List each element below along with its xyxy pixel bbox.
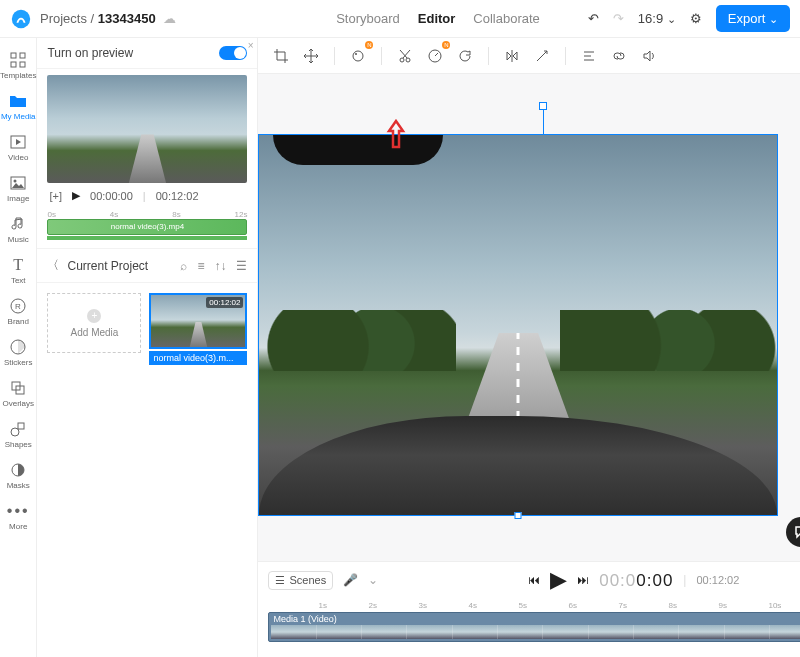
link-icon[interactable]	[606, 43, 632, 69]
media-panel: × Turn on preview [+] ▶ 00:00:00 | 00:12…	[37, 38, 258, 657]
svg-rect-3	[11, 62, 16, 67]
back-icon[interactable]: 〈	[47, 257, 59, 274]
cut-icon[interactable]	[392, 43, 418, 69]
svg-rect-14	[18, 423, 24, 429]
svg-rect-2	[20, 53, 25, 58]
folder-icon	[9, 92, 27, 110]
crop-icon[interactable]	[268, 43, 294, 69]
media-thumb[interactable]: 00:12:02	[149, 293, 247, 349]
more-icon: •••	[9, 502, 27, 520]
undo-icon[interactable]: ↶	[588, 11, 599, 26]
preview-toggle[interactable]	[219, 46, 247, 60]
video-icon	[9, 133, 27, 151]
tab-collaborate[interactable]: Collaborate	[473, 11, 540, 26]
volume-icon[interactable]	[636, 43, 662, 69]
export-button[interactable]: Export ⌄	[716, 5, 790, 32]
next-icon[interactable]: ⏭	[577, 573, 589, 587]
mini-duration: 00:12:02	[156, 190, 199, 202]
app-logo	[10, 8, 32, 30]
svg-point-18	[400, 58, 404, 62]
sidebar-item-image[interactable]: Image	[0, 169, 36, 208]
media-item[interactable]: 00:12:02 normal video(3).m...	[149, 293, 247, 365]
mini-timeline[interactable]: 0s4s8s12s normal video(3).mp4	[47, 210, 247, 240]
timeline-controls: ☰ Scenes 🎤 ⌄ ⏮ ▶ ⏭ 00:00:00 | 00:12:02	[258, 562, 800, 598]
shapes-icon	[9, 420, 27, 438]
sidebar-item-text[interactable]: T Text	[0, 251, 36, 290]
speed-icon[interactable]: N	[422, 43, 448, 69]
canvas-toolbar: N N	[258, 38, 800, 74]
tab-editor[interactable]: Editor	[418, 11, 456, 26]
masks-icon	[9, 461, 27, 479]
timeline[interactable]: 1s2s3s4s5s6s7s8s9s10s Media 1 (Video)	[258, 598, 800, 657]
timeline-track[interactable]: Media 1 (Video)	[268, 612, 800, 642]
canvas-area[interactable]	[258, 74, 800, 561]
sidebar-item-video[interactable]: Video	[0, 128, 36, 167]
scenes-button[interactable]: ☰ Scenes	[268, 571, 333, 590]
adjust-icon[interactable]	[529, 43, 555, 69]
media-filename: normal video(3).m...	[149, 351, 247, 365]
resize-handle-bottom[interactable]	[515, 512, 522, 519]
search-icon[interactable]: ⌕	[180, 259, 187, 273]
move-icon[interactable]	[298, 43, 324, 69]
sidebar-item-mymedia[interactable]: My Media	[0, 87, 36, 126]
media-duration: 00:12:02	[206, 297, 243, 308]
sidebar-item-templates[interactable]: Templates	[0, 46, 36, 85]
sidebar-item-more[interactable]: ••• More	[0, 497, 36, 536]
plus-icon: +	[87, 309, 101, 323]
svg-rect-1	[11, 53, 16, 58]
timeline-current-time: 00:00:00	[599, 570, 673, 591]
list-icon[interactable]: ☰	[236, 259, 247, 273]
settings-icon[interactable]: ⚙	[690, 11, 702, 26]
play-icon[interactable]: ▶	[72, 189, 80, 202]
rotate-icon[interactable]	[452, 43, 478, 69]
redo-icon[interactable]: ↷	[613, 11, 624, 26]
mini-preview-thumb[interactable]	[47, 75, 247, 183]
sidebar-item-stickers[interactable]: Stickers	[0, 333, 36, 372]
sidebar-item-masks[interactable]: Masks	[0, 456, 36, 495]
sidebar-item-brand[interactable]: R Brand	[0, 292, 36, 331]
aspect-ratio[interactable]: 16:9 ⌄	[638, 11, 676, 26]
filter-icon[interactable]: ≡	[197, 259, 204, 273]
mini-track[interactable]: normal video(3).mp4	[47, 219, 247, 235]
animate-icon[interactable]: N	[345, 43, 371, 69]
left-sidebar: Templates My Media Video Image Music T T…	[0, 38, 37, 657]
breadcrumb[interactable]: Projects / 13343450 ☁	[40, 11, 176, 26]
timeline-ruler: 1s2s3s4s5s6s7s8s9s10s	[268, 598, 800, 612]
mic-icon[interactable]: 🎤	[343, 573, 358, 587]
svg-point-17	[355, 53, 357, 55]
tab-storyboard[interactable]: Storyboard	[336, 11, 400, 26]
flip-icon[interactable]	[499, 43, 525, 69]
align-icon[interactable]	[576, 43, 602, 69]
mini-current-time: 00:00:00	[90, 190, 133, 202]
sidebar-item-overlays[interactable]: Overlays	[0, 374, 36, 413]
svg-text:R: R	[15, 302, 21, 311]
text-icon: T	[9, 256, 27, 274]
svg-point-16	[353, 51, 363, 61]
templates-icon	[9, 51, 27, 69]
video-canvas[interactable]	[258, 134, 778, 516]
chat-button[interactable]	[786, 517, 800, 547]
prev-icon[interactable]: ⏮	[528, 573, 540, 587]
image-icon	[9, 174, 27, 192]
rotation-handle[interactable]	[539, 102, 547, 134]
close-icon[interactable]: ×	[248, 40, 254, 51]
play-button[interactable]: ▶	[550, 567, 567, 593]
timeline-duration: 00:12:02	[696, 574, 739, 586]
svg-rect-4	[20, 62, 25, 67]
preview-toggle-row: × Turn on preview	[37, 38, 257, 69]
sidebar-item-shapes[interactable]: Shapes	[0, 415, 36, 454]
app-header: Projects / 13343450 ☁ Storyboard Editor …	[0, 0, 800, 38]
chevron-down-icon[interactable]: ⌄	[368, 573, 378, 587]
crumb-projects[interactable]: Projects	[40, 11, 87, 26]
crumb-id[interactable]: 13343450	[98, 11, 156, 26]
project-title: Current Project	[67, 259, 148, 273]
sort-icon[interactable]: ↑↓	[214, 259, 226, 273]
add-media-button[interactable]: + Add Media	[47, 293, 141, 353]
sidebar-item-music[interactable]: Music	[0, 210, 36, 249]
overlays-icon	[9, 379, 27, 397]
media-grid: + Add Media 00:12:02 normal video(3).m..…	[37, 283, 257, 375]
expand-icon[interactable]: [+]	[49, 190, 62, 202]
header-tabs: Storyboard Editor Collaborate	[336, 11, 540, 26]
mini-preview-controls: [+] ▶ 00:00:00 | 00:12:02	[37, 185, 257, 206]
header-actions: ↶ ↷ 16:9 ⌄ ⚙ Export ⌄	[588, 5, 790, 32]
